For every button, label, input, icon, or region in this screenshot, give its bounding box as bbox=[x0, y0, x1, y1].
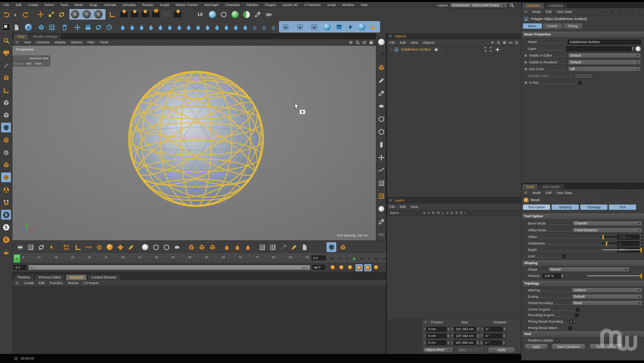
tab-content-browser[interactable]: Content Browser bbox=[88, 275, 120, 280]
menu-snap[interactable]: Snap bbox=[89, 3, 97, 7]
stylus-tool-icon[interactable] bbox=[377, 51, 385, 59]
psr-record-icon[interactable]: PSR bbox=[84, 242, 94, 252]
depth-slider[interactable] bbox=[602, 249, 642, 251]
material-menu-function[interactable]: Function bbox=[50, 281, 63, 285]
menu-mesh[interactable]: Mesh bbox=[75, 3, 83, 7]
menu-render[interactable]: Render bbox=[142, 3, 153, 7]
objects-search-icon[interactable] bbox=[497, 41, 500, 45]
viewport-menu-cameras[interactable]: Cameras bbox=[36, 40, 50, 44]
menu-character[interactable]: Character bbox=[225, 3, 240, 7]
visible-editor-select[interactable]: Default bbox=[568, 53, 641, 58]
half-sphere-icon[interactable] bbox=[377, 102, 385, 110]
rot-h-stepper[interactable] bbox=[503, 327, 506, 332]
sphere-deform-icon[interactable] bbox=[357, 22, 366, 32]
reset-values-button[interactable]: Reset Values bbox=[589, 343, 624, 350]
modeling-tool-icon-12[interactable] bbox=[221, 22, 231, 32]
magnify-mode-icon[interactable] bbox=[1, 35, 11, 45]
viewport-canvas[interactable]: Perspective Selected Total Edges9601920 bbox=[12, 46, 376, 240]
menu-mograph[interactable]: MoGraph bbox=[204, 3, 219, 7]
modeling-tool-icon-10[interactable] bbox=[202, 22, 212, 32]
prev-frame-button[interactable] bbox=[343, 255, 350, 262]
dot-lines-icon[interactable] bbox=[61, 242, 71, 252]
pos-z-stepper[interactable] bbox=[447, 340, 450, 345]
z-axis-lock-button[interactable]: Z bbox=[94, 9, 103, 19]
subdivision-weight-icon[interactable] bbox=[295, 22, 305, 32]
attributes-burger-icon[interactable] bbox=[524, 10, 527, 13]
size-x-stepper[interactable] bbox=[477, 327, 480, 332]
make-editable-icon[interactable] bbox=[2, 22, 11, 32]
brush-tool-icon[interactable] bbox=[377, 76, 385, 85]
y-axis-lock-button[interactable]: Y bbox=[82, 9, 92, 19]
current-frame-field[interactable]: 0 F bbox=[311, 255, 326, 260]
particles-mode-icon[interactable] bbox=[1, 148, 11, 157]
snap-magnet-icon[interactable] bbox=[1, 197, 11, 207]
coordinate-system-button[interactable] bbox=[107, 9, 117, 19]
range-start-field[interactable]: 0 F bbox=[14, 265, 26, 270]
sphere-bag-icon[interactable] bbox=[140, 242, 150, 252]
hull-mode-icon[interactable] bbox=[1, 247, 11, 257]
objects-burger-icon[interactable] bbox=[389, 34, 392, 38]
pos-x-stepper[interactable] bbox=[447, 327, 450, 332]
blob-cursor-icon[interactable] bbox=[232, 242, 242, 252]
phong-break-miters-checkbox[interactable] bbox=[568, 326, 572, 330]
use-color-select[interactable]: Off bbox=[568, 66, 641, 72]
next-frame-button[interactable] bbox=[359, 255, 365, 262]
section-shaping[interactable]: Shaping bbox=[522, 260, 644, 267]
attributes-menu-userdata[interactable]: User Data bbox=[557, 10, 572, 14]
gear-flower-icon[interactable] bbox=[94, 242, 104, 252]
wedge-cursor-icon[interactable] bbox=[115, 242, 125, 252]
interactive-render-icon[interactable] bbox=[253, 9, 262, 19]
layers-menu-file[interactable]: File bbox=[389, 205, 395, 209]
object-expand-dots-icon[interactable]: ⋮ bbox=[440, 48, 444, 51]
viewport-menu-display[interactable]: Display bbox=[55, 40, 66, 44]
ring-select-icon[interactable] bbox=[377, 115, 385, 123]
camera-icon[interactable] bbox=[264, 9, 274, 19]
coords-mode-select[interactable]: Object (Rel) bbox=[423, 347, 453, 352]
keyframe-rotation-icon[interactable] bbox=[151, 9, 161, 19]
menu-pipeline[interactable]: Pipeline bbox=[246, 3, 258, 7]
clone-cubes-icon[interactable] bbox=[47, 22, 57, 32]
tension-stepper[interactable] bbox=[561, 274, 564, 278]
scale-tool-button[interactable] bbox=[46, 9, 56, 19]
modeling-tool-icon-14[interactable] bbox=[240, 22, 250, 32]
undo-button[interactable] bbox=[2, 9, 11, 19]
layers-menu-edit[interactable]: Edit bbox=[400, 205, 406, 209]
menu-sculpt[interactable]: Sculpt bbox=[160, 3, 169, 7]
rotate-view-icon[interactable] bbox=[362, 40, 366, 45]
object-tag-icon[interactable] bbox=[434, 48, 438, 51]
pos-x-field[interactable]: 0 cm bbox=[426, 327, 446, 332]
subdivision-surface-icon[interactable] bbox=[281, 22, 290, 32]
cube-orange-icon[interactable] bbox=[338, 242, 348, 252]
delete-icon[interactable] bbox=[60, 22, 69, 32]
selection-orange-icon[interactable] bbox=[47, 242, 57, 252]
modeling-tool-icon-8[interactable] bbox=[184, 22, 193, 32]
viewport-solo-icon[interactable] bbox=[1, 185, 11, 195]
keyframe-position-icon[interactable] bbox=[130, 9, 140, 19]
anim-dot-icon[interactable] bbox=[524, 61, 527, 64]
axis-ruler-icon[interactable] bbox=[73, 242, 83, 252]
viewport-menu-view[interactable]: View bbox=[24, 40, 31, 44]
render-team-button[interactable] bbox=[241, 9, 251, 19]
rot-p-stepper[interactable] bbox=[503, 334, 506, 338]
layers-burger-icon[interactable] bbox=[389, 198, 392, 202]
rotate-tool-button[interactable] bbox=[57, 9, 66, 19]
lattice2-icon[interactable] bbox=[257, 242, 267, 252]
pos-z-field[interactable]: 0 cm bbox=[426, 340, 446, 345]
material-menu-edit[interactable]: Edit bbox=[39, 281, 45, 285]
material-list-area[interactable] bbox=[12, 286, 386, 354]
lattice-minus-icon[interactable] bbox=[268, 242, 278, 252]
rotate-copy-icon[interactable] bbox=[94, 22, 103, 32]
tab-coord[interactable]: Coord. bbox=[543, 23, 562, 29]
model-mode-icon[interactable] bbox=[1, 73, 11, 83]
screen-mode-icon[interactable] bbox=[1, 48, 11, 58]
render-dots[interactable] bbox=[489, 46, 492, 52]
toggle-view-icon[interactable] bbox=[369, 40, 373, 45]
tools-history-back-icon[interactable] bbox=[603, 191, 607, 195]
range-scrollbar[interactable]: 0 F 90 F bbox=[28, 265, 310, 270]
objects-path-icon[interactable] bbox=[491, 41, 494, 44]
objects-link-icon[interactable] bbox=[509, 41, 512, 45]
menu-animate[interactable]: Animate bbox=[104, 3, 116, 7]
workplane-lock-icon[interactable] bbox=[1, 172, 11, 182]
cube-tool-icon[interactable] bbox=[377, 63, 385, 72]
sphere-slash-icon[interactable] bbox=[172, 242, 182, 252]
